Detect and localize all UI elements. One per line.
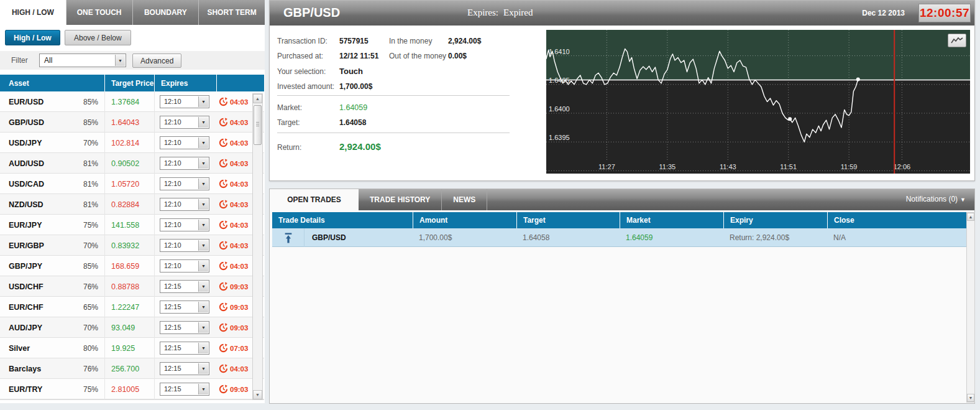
asset-cell: EUR/TRY 75% [0,379,104,399]
above-below-button[interactable]: Above / Below [65,30,131,45]
countdown-clock-icon [219,364,228,373]
chevron-down-icon[interactable]: ▼ [198,302,208,312]
asset-row[interactable]: EUR/JPY 75% 141.558 12:10 ▼ 04:03 [0,215,264,235]
expiry-select[interactable]: 12:10 ▼ [160,136,209,149]
asset-row[interactable]: AUD/JPY 70% 93.049 12:15 ▼ 09:03 [0,317,264,338]
expiry-select[interactable]: 12:10 ▼ [160,259,209,273]
chevron-down-icon[interactable]: ▼ [198,137,208,148]
tab-trade-history[interactable]: TRADE HISTORY [359,189,442,210]
tab-open-trades[interactable]: OPEN TRADES [270,189,359,210]
asset-name: USD/JPY [9,139,42,147]
countdown-cell: 07:03 [216,338,254,358]
asset-name: GBP/JPY [9,262,42,271]
target-price-cell: 2.81005 [104,379,154,399]
open-trade-row[interactable]: GBP/USD 1,700.00$ 1.64058 1.64059 Return… [272,228,968,247]
asset-row[interactable]: Silver 80% 19.925 12:15 ▼ 07:03 [0,338,264,358]
expiry-select[interactable]: 12:10 ▼ [160,177,209,190]
asset-row[interactable]: EUR/GBP 70% 0.83932 12:10 ▼ 04:03 [0,235,264,256]
asset-list-panel: HIGH / LOW ONE TOUCH BOUNDARY SHORT TERM… [0,0,265,403]
target-label: Target: [277,118,300,127]
expiry-select[interactable]: 12:10 ▼ [160,239,209,252]
countdown-cell: 04:03 [216,153,254,174]
tab-boundary[interactable]: BOUNDARY [133,0,199,25]
expiry-selected-value: 12:15 [164,385,181,393]
asset-target-price: 0.90502 [111,159,139,168]
asset-target-price: 102.814 [111,139,139,147]
chevron-down-icon[interactable]: ▼ [198,343,208,353]
expiry-select[interactable]: 12:10 ▼ [160,157,209,170]
target-column-header: Target [516,212,620,228]
filter-select[interactable]: All ▼ [39,54,126,67]
asset-cell: EUR/GBP 70% [0,235,104,256]
target-price-cell: 256.700 [104,358,154,379]
asset-row[interactable]: EUR/TRY 75% 2.81005 12:15 ▼ 09:03 [0,379,264,399]
chevron-down-icon[interactable]: ▼ [198,96,208,107]
expiry-select[interactable]: 12:15 ▼ [160,383,209,396]
advanced-button[interactable]: Advanced [132,54,181,68]
target-price-cell: 168.659 [104,256,154,276]
tab-high-low[interactable]: HIGH / LOW [0,0,66,25]
scroll-down-arrow-icon[interactable]: ▼ [967,394,974,402]
expiry-select[interactable]: 12:10 ▼ [160,198,209,211]
asset-row[interactable]: Barclays 76% 256.700 12:15 ▼ 04:03 [0,358,264,379]
chevron-down-icon[interactable]: ▼ [198,281,208,292]
expiry-select[interactable]: 12:15 ▼ [160,321,209,334]
filter-label: Filter [11,56,28,65]
asset-row[interactable]: USD/JPY 70% 102.814 12:10 ▼ 04:03 [0,133,264,153]
countdown-clock-icon [219,323,228,332]
countdown-value: 04:03 [230,365,248,373]
asset-row[interactable]: AUD/USD 81% 0.90502 12:10 ▼ 04:03 [0,153,264,174]
asset-payout: 81% [83,180,98,189]
expiry-select[interactable]: 12:15 ▼ [160,280,209,293]
scroll-up-arrow-icon[interactable]: ▲ [967,213,974,221]
expiry-select[interactable]: 12:15 ▼ [160,301,209,314]
tab-news[interactable]: NEWS [442,189,487,210]
asset-row[interactable]: EUR/CHF 65% 1.22247 12:15 ▼ 09:03 [0,297,264,317]
countdown-cell: 04:03 [216,215,254,235]
expires-cell: 12:15 ▼ [154,317,216,338]
notifications-dropdown[interactable]: Notifications (0)▼ [906,195,966,203]
out-money-label: Out of the money [389,52,446,60]
target-price-cell: 1.05720 [104,174,154,194]
trading-app: HIGH / LOW ONE TOUCH BOUNDARY SHORT TERM… [0,0,980,410]
chevron-down-icon[interactable]: ▼ [115,55,125,66]
asset-target-price: 1.64043 [111,118,139,127]
asset-row[interactable]: NZD/USD 81% 0.82884 12:10 ▼ 04:03 [0,194,264,215]
chevron-down-icon[interactable]: ▼ [198,363,208,374]
chevron-down-icon[interactable]: ▼ [198,117,208,128]
invested-value: 1,700.00$ [339,82,372,91]
expiry-select[interactable]: 12:15 ▼ [160,362,209,375]
high-low-button[interactable]: High / Low [5,30,60,45]
asset-list-scrollbar[interactable]: ▲ ▼ [252,93,263,400]
scroll-down-arrow-icon[interactable]: ▼ [253,390,262,399]
expiry-select[interactable]: 12:10 ▼ [160,218,209,231]
expiry-select[interactable]: 12:10 ▼ [160,116,209,129]
chevron-down-icon[interactable]: ▼ [198,158,208,169]
sub-tabs-row: High / Low Above / Below [0,29,265,49]
asset-row[interactable]: GBP/USD 85% 1.64043 12:10 ▼ 04:03 [0,112,264,133]
chevron-down-icon[interactable]: ▼ [198,384,208,394]
chevron-down-icon[interactable]: ▼ [198,261,208,271]
asset-row[interactable]: USD/CHF 76% 0.88788 12:15 ▼ 09:03 [0,276,264,297]
countdown-clock-icon [219,118,228,127]
expiry-select[interactable]: 12:10 ▼ [160,95,209,108]
countdown-cell: 09:03 [216,297,254,317]
trade-detail-panel: GBP/USD Expires:Expired Dec 12 2013 12:0… [269,0,975,181]
amount-column-header: Amount [413,212,516,228]
chevron-down-icon[interactable]: ▼ [198,199,208,210]
trades-scrollbar[interactable]: ▲ ▼ [966,212,975,403]
asset-row[interactable]: USD/CAD 81% 1.05720 12:10 ▼ 04:03 [0,174,264,194]
scrollbar-thumb[interactable] [254,105,262,145]
tab-short-term[interactable]: SHORT TERM [199,0,265,25]
chart-mode-button[interactable] [948,34,966,47]
touch-up-icon [283,232,293,244]
asset-row[interactable]: GBP/JPY 85% 168.659 12:10 ▼ 04:03 [0,256,264,276]
scroll-up-arrow-icon[interactable]: ▲ [253,94,262,103]
asset-row[interactable]: EUR/USD 85% 1.37684 12:10 ▼ 04:03 [0,91,264,112]
tab-one-touch[interactable]: ONE TOUCH [66,0,133,25]
chevron-down-icon[interactable]: ▼ [198,322,208,333]
chevron-down-icon[interactable]: ▼ [198,240,208,251]
expiry-select[interactable]: 12:15 ▼ [160,342,209,355]
chevron-down-icon[interactable]: ▼ [198,220,208,230]
chevron-down-icon[interactable]: ▼ [198,179,208,189]
